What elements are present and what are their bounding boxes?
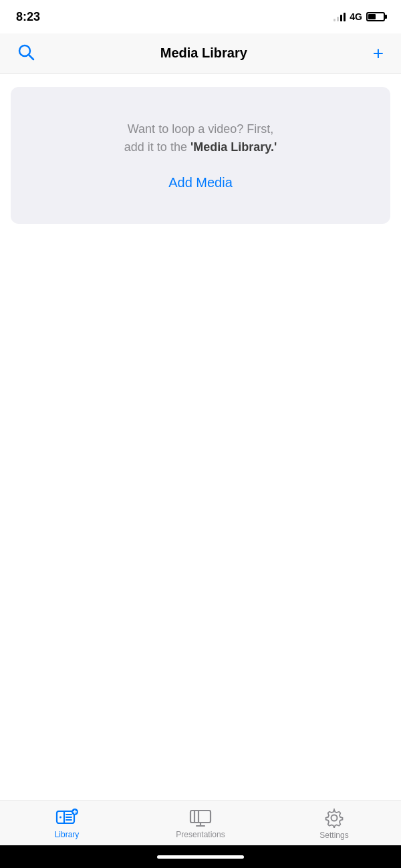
search-button[interactable]: [13, 39, 39, 67]
svg-line-1: [29, 55, 33, 59]
empty-state-text: Want to loop a video? First, add it to t…: [124, 120, 277, 156]
home-indicator: [0, 845, 401, 868]
add-button[interactable]: +: [369, 40, 388, 67]
tab-presentations[interactable]: Presentations: [134, 809, 267, 839]
tab-library[interactable]: Library: [0, 809, 134, 839]
navigation-bar: Media Library +: [0, 33, 401, 74]
presentations-icon: [189, 809, 212, 827]
tab-settings[interactable]: Settings: [267, 808, 401, 840]
search-icon: [17, 43, 35, 61]
add-media-button[interactable]: Add Media: [168, 175, 233, 190]
plus-icon: +: [373, 43, 384, 63]
main-content: Want to loop a video? First, add it to t…: [0, 74, 401, 801]
empty-state-card: Want to loop a video? First, add it to t…: [11, 87, 390, 224]
home-indicator-bar: [157, 855, 244, 859]
battery-icon: [366, 12, 385, 21]
status-icons: 4G: [333, 11, 385, 22]
tab-presentations-label: Presentations: [176, 830, 225, 839]
tab-library-label: Library: [55, 830, 80, 839]
svg-point-16: [331, 815, 338, 821]
nav-title: Media Library: [160, 45, 247, 61]
status-bar: 8:23 4G: [0, 0, 401, 33]
status-time: 8:23: [16, 10, 40, 24]
library-icon: [55, 809, 78, 827]
svg-point-4: [59, 817, 61, 819]
settings-icon: [324, 808, 344, 828]
svg-rect-11: [190, 811, 211, 823]
signal-icon: [333, 12, 346, 21]
network-type-label: 4G: [350, 11, 362, 22]
tab-bar: Library Presentations Settings: [0, 801, 401, 845]
tab-settings-label: Settings: [319, 831, 348, 840]
